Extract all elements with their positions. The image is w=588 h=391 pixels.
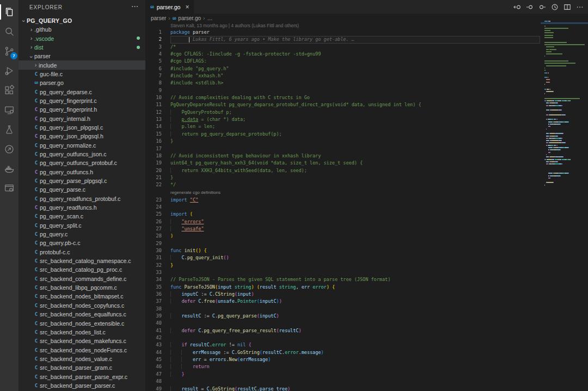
code-line-10[interactable]: 10// Avoid complexities dealing with C s… (145, 94, 540, 101)
close-icon[interactable]: × (185, 3, 189, 11)
gitlens-prev-change-icon[interactable] (526, 3, 534, 11)
code-line-29[interactable]: 29 (145, 240, 540, 247)
code-line-37[interactable]: 37 defer C.free(unsafe.Pointer(inputC)) (145, 298, 540, 305)
codelens-action[interactable]: regenerate cgo definitions (170, 190, 220, 195)
tree-file-pg_query_readfuncs.h[interactable]: Cpg_query_readfuncs.h (19, 203, 145, 212)
tree-file-src_backend_nodes_value.c[interactable]: Csrc_backend_nodes_value.c (19, 355, 145, 363)
minimap[interactable] (541, 20, 588, 391)
code-line-33[interactable]: 33 (145, 269, 540, 276)
tree-file-src_backend_nodes_extensible.c[interactable]: Csrc_backend_nodes_extensible.c (19, 319, 145, 327)
tree-file-pg_query_normalize.c[interactable]: Cpg_query_normalize.c (19, 140, 145, 149)
tree-file-pg_query_internal.h[interactable]: Cpg_query_internal.h (19, 114, 145, 123)
code-line-28[interactable]: 28) (145, 233, 540, 240)
code-line-41[interactable]: 41 defer C.pg_query_free_parse_result(re… (145, 327, 540, 334)
tree-file-src_backend_parser_parse_expr.c[interactable]: Csrc_backend_parser_parse_expr.c (19, 372, 145, 381)
tree-file-pg_query_outfuncs_protobuf.c[interactable]: Cpg_query_outfuncs_protobuf.c (19, 158, 145, 167)
tree-file-src_backend_nodes_list.c[interactable]: Csrc_backend_nodes_list.c (19, 328, 145, 337)
activity-source-control[interactable]: 7 (0, 41, 19, 61)
code-line-7[interactable]: 7#include "xxhash.h" (145, 72, 540, 80)
activity-gitlens-inspect[interactable] (0, 179, 19, 198)
tree-file-src_backend_nodes_equalfuncs.c[interactable]: Csrc_backend_nodes_equalfuncs.c (19, 310, 145, 319)
code-line-9[interactable]: 9 (145, 87, 540, 94)
tree-file-pg_query_outfuncs.h[interactable]: Cpg_query_outfuncs.h (19, 168, 145, 176)
code-line-4[interactable]: 4#cgo CFLAGS: -Iinclude -g -fstack-prote… (145, 51, 540, 58)
code-line-39[interactable]: 39 resultC := C.pg_query_parse(inputC) (145, 313, 540, 320)
tab-parser-go[interactable]: GO parser.go × (145, 0, 194, 14)
tree-file-src_backend_libpq_pqcomm.c[interactable]: Csrc_backend_libpq_pqcomm.c (19, 283, 145, 292)
activity-testing[interactable] (0, 120, 19, 139)
code-line-25[interactable]: 25import ( (145, 211, 540, 218)
activity-extensions[interactable] (0, 81, 19, 100)
tree-file-pg_query.pb-c.c[interactable]: Cpg_query.pb-c.c (19, 239, 145, 247)
code-line-23[interactable]: 23import "C" (145, 197, 540, 204)
tree-file-pg_query_parse.c[interactable]: Cpg_query_parse.c (19, 185, 145, 194)
tree-file-src_backend_catalog_namespace.c[interactable]: Csrc_backend_catalog_namespace.c (19, 256, 145, 265)
tree-file-src_backend_nodes_makefuncs.c[interactable]: Csrc_backend_nodes_makefuncs.c (19, 337, 145, 345)
activity-remote-explorer[interactable] (0, 100, 19, 120)
gitlens-file-history-icon[interactable] (551, 3, 559, 11)
activity-run-debug[interactable] (0, 61, 19, 81)
activity-search[interactable] (0, 22, 19, 41)
tree-file-src_backend_nodes_copyfuncs.c[interactable]: Csrc_backend_nodes_copyfuncs.c (19, 301, 145, 310)
code-line-34[interactable]: 34// ParseToJSON - Parses the given SQL … (145, 276, 540, 283)
code-editor[interactable]: 1package parser2Lukas Fittl, 6 years ago… (145, 29, 540, 391)
tree-file-pg_query_split.c[interactable]: Cpg_query_split.c (19, 221, 145, 230)
code-line-26[interactable]: 26 "errors" (145, 218, 540, 225)
tree-file-pg_query_deparse.c[interactable]: Cpg_query_deparse.c (19, 87, 145, 96)
tree-file-pg_query_outfuncs_json.c[interactable]: Cpg_query_outfuncs_json.c (19, 150, 145, 158)
breadcrumb-item-file[interactable]: parser.go (178, 15, 201, 21)
activity-explorer[interactable] (0, 2, 19, 22)
activity-docker[interactable] (0, 159, 19, 179)
tree-file-pg_query_parse_plpgsql.c[interactable]: Cpg_query_parse_plpgsql.c (19, 176, 145, 185)
code-line-18[interactable]: 18// Avoid inconsistent type behaviour i… (145, 152, 540, 160)
code-line-19[interactable]: 19uint64_t pg_query_hash_xxh3_64(void *d… (145, 160, 540, 167)
breadcrumb-item-symbol[interactable]: … (207, 15, 212, 21)
code-line-27[interactable]: 27 "unsafe" (145, 225, 540, 233)
tree-file-protobuf-c.c[interactable]: Cprotobuf-c.c (19, 248, 145, 256)
code-line-14[interactable]: 14 p.len = len; (145, 123, 540, 130)
code-line-5[interactable]: 5#cgo LDFLAGS: (145, 58, 540, 65)
gitlens-open-changes-icon[interactable] (513, 3, 521, 11)
code-line-35[interactable]: 35func ParseToJSON(input string) (result… (145, 284, 540, 291)
code-line-17[interactable]: 17 (145, 145, 540, 152)
code-line-48[interactable]: 48 (145, 378, 540, 385)
tree-file-src_backend_parser_gram.c[interactable]: Csrc_backend_parser_gram.c (19, 363, 145, 372)
code-line-16[interactable]: 16} (145, 138, 540, 145)
tree-file-pg_query_readfuncs_protobuf.c[interactable]: Cpg_query_readfuncs_protobuf.c (19, 194, 145, 203)
tree-folder-.github[interactable]: ›.github (19, 25, 145, 34)
code-line-24[interactable]: 24 (145, 204, 540, 211)
tree-folder-include[interactable]: ›include (19, 60, 145, 69)
code-line-46[interactable]: 46 return (145, 363, 540, 370)
code-line-21[interactable]: 21} (145, 174, 540, 181)
code-line-6[interactable]: 6#include "pg_query.h" (145, 65, 540, 72)
tree-file-src_backend_commands_define.c[interactable]: Csrc_backend_commands_define.c (19, 274, 145, 283)
tree-file-parser.go[interactable]: GOparser.go (19, 78, 145, 87)
more-actions-icon[interactable] (576, 3, 584, 11)
code-line-8[interactable]: 8#include <stdlib.h> (145, 80, 540, 87)
code-line-44[interactable]: 44 errMessage := C.GoString(resultC.erro… (145, 349, 540, 356)
tree-file-src_backend_nodes_nodeFuncs.c[interactable]: Csrc_backend_nodes_nodeFuncs.c (19, 345, 145, 354)
code-line-15[interactable]: 15 return pg_query_deparse_protobuf(p); (145, 131, 540, 138)
tree-file-src_backend_catalog_pg_proc.c[interactable]: Csrc_backend_catalog_pg_proc.c (19, 265, 145, 274)
breadcrumb-item-folder[interactable]: parser (151, 15, 166, 21)
code-line-49[interactable]: 49 result = C.GoString(resultC.parse_tre… (145, 386, 540, 391)
code-line-20[interactable]: 20 return XXH3_64bits_withSeed(data, len… (145, 167, 540, 174)
split-editor-icon[interactable] (564, 3, 571, 11)
tree-file-pg_query_fingerprint.h[interactable]: Cpg_query_fingerprint.h (19, 105, 145, 114)
code-line-13[interactable]: 13 p.data = (char *) data; (145, 116, 540, 123)
tree-folder-.vscode[interactable]: ›.vscode (19, 34, 145, 42)
tree-file-pg_query_json_plpgsql.h[interactable]: Cpg_query_json_plpgsql.h (19, 132, 145, 140)
gitlens-next-change-icon[interactable] (538, 3, 546, 11)
tree-folder-parser[interactable]: ›parser (19, 52, 145, 60)
tree-file-pg_query_json_plpgsql.c[interactable]: Cpg_query_json_plpgsql.c (19, 123, 145, 132)
tree-folder-dist[interactable]: ›dist (19, 43, 145, 52)
code-line-22[interactable]: 22*/ (145, 181, 540, 188)
tree-file-pg_query.c[interactable]: Cpg_query.c (19, 230, 145, 239)
code-line-31[interactable]: 31 C.pg_query_init() (145, 254, 540, 261)
code-line-1[interactable]: 1package parser (145, 29, 540, 36)
tree-file-src_backend_parser_parser.c[interactable]: Csrc_backend_parser_parser.c (19, 381, 145, 390)
code-line-11[interactable]: 11PgQueryDeparseResult pg_query_deparse_… (145, 101, 540, 108)
code-line-42[interactable]: 42 (145, 334, 540, 341)
code-line-45[interactable]: 45 err = errors.New(errMessage) (145, 356, 540, 363)
tree-file-src_backend_nodes_bitmapset.c[interactable]: Csrc_backend_nodes_bitmapset.c (19, 292, 145, 301)
